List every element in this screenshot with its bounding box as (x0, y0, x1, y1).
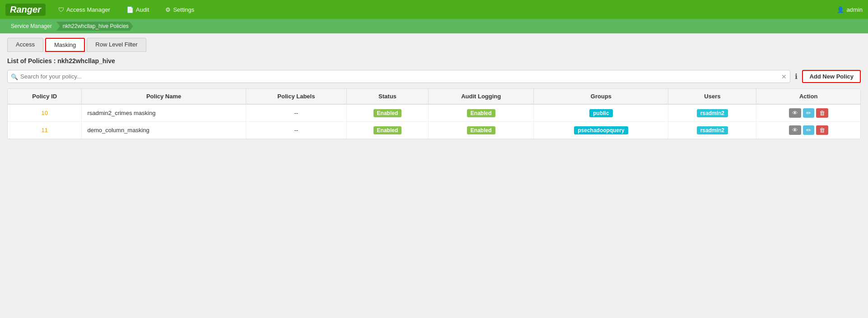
search-row: 🔍 ✕ ℹ Add New Policy (7, 70, 861, 83)
policy-name-link[interactable]: rsadmin2_crimes masking (87, 110, 155, 116)
file-icon: 📄 (126, 6, 134, 13)
policy-id-cell: 11 (8, 122, 82, 139)
status-cell: Enabled (346, 122, 428, 139)
groups-cell: public (534, 104, 668, 122)
tab-row-level-filter[interactable]: Row Level Filter (87, 38, 146, 52)
table-row: 11 demo_column_masking -- Enabled Enable… (8, 122, 860, 139)
delete-button[interactable]: 🗑 (816, 125, 828, 135)
action-cell: 👁 ✏ 🗑 (756, 122, 860, 139)
user-icon: 👤 (837, 6, 844, 13)
username-label: admin (847, 6, 863, 13)
group-badge: public (589, 109, 612, 117)
col-policy-name: Policy Name (82, 89, 246, 104)
users-cell: rsadmin2 (668, 104, 756, 122)
col-policy-id: Policy ID (8, 89, 82, 104)
tab-masking[interactable]: Masking (45, 38, 85, 52)
audit-logging-cell: Enabled (428, 104, 533, 122)
policy-labels-cell: -- (246, 122, 346, 139)
policy-id-link[interactable]: 11 (41, 127, 47, 134)
action-icons: 👁 ✏ 🗑 (762, 125, 855, 135)
users-cell: rsadmin2 (668, 122, 756, 139)
main-content: Access Masking Row Level Filter List of … (0, 33, 868, 144)
search-container: 🔍 ✕ (7, 70, 790, 83)
nav-audit[interactable]: 📄 Audit (123, 5, 153, 15)
navbar-right: 👤 admin (837, 6, 863, 13)
gear-icon: ⚙ (165, 6, 171, 13)
col-policy-labels: Policy Labels (246, 89, 346, 104)
search-icon: 🔍 (11, 73, 18, 80)
status-badge: Enabled (373, 126, 402, 134)
breadcrumb-policies[interactable]: nkh22whcllap_hive Policies (56, 22, 133, 31)
policies-table: Policy ID Policy Name Policy Labels Stat… (8, 89, 860, 139)
policy-name-link[interactable]: demo_column_masking (87, 127, 149, 134)
status-cell: Enabled (346, 104, 428, 122)
breadcrumb: Service Manager nkh22whcllap_hive Polici… (0, 19, 868, 33)
user-badge: rsadmin2 (697, 109, 728, 117)
info-icon[interactable]: ℹ (795, 72, 798, 81)
audit-logging-cell: Enabled (428, 122, 533, 139)
brand-logo[interactable]: Ranger (5, 4, 46, 16)
action-icons: 👁 ✏ 🗑 (762, 108, 855, 118)
nav-settings[interactable]: ⚙ Settings (162, 5, 198, 15)
add-new-policy-button[interactable]: Add New Policy (802, 70, 861, 83)
groups-cell: psechadoopquery (534, 122, 668, 139)
shield-icon: 🛡 (58, 6, 64, 13)
view-button[interactable]: 👁 (789, 108, 801, 118)
policy-name-cell: rsadmin2_crimes masking (82, 104, 246, 122)
table-header-row: Policy ID Policy Name Policy Labels Stat… (8, 89, 860, 104)
col-groups: Groups (534, 89, 668, 104)
col-users: Users (668, 89, 756, 104)
section-title: List of Policies : nkh22whcllap_hive (7, 57, 861, 65)
status-badge: Enabled (373, 109, 402, 117)
tab-bar: Access Masking Row Level Filter (7, 38, 861, 52)
table-row: 10 rsadmin2_crimes masking -- Enabled En… (8, 104, 860, 122)
audit-badge: Enabled (467, 109, 495, 117)
user-badge: rsadmin2 (697, 126, 728, 134)
edit-button[interactable]: ✏ (803, 125, 814, 135)
search-input[interactable] (7, 70, 790, 83)
action-cell: 👁 ✏ 🗑 (756, 104, 860, 122)
policies-table-wrapper: Policy ID Policy Name Policy Labels Stat… (7, 88, 861, 139)
group-badge: psechadoopquery (574, 126, 628, 134)
policy-id-link[interactable]: 10 (41, 110, 47, 116)
policy-id-cell: 10 (8, 104, 82, 122)
edit-button[interactable]: ✏ (803, 108, 814, 118)
policy-name-cell: demo_column_masking (82, 122, 246, 139)
policy-labels-cell: -- (246, 104, 346, 122)
tab-access[interactable]: Access (7, 38, 43, 52)
navbar-left: Ranger 🛡 Access Manager 📄 Audit ⚙ Settin… (5, 4, 198, 16)
view-button[interactable]: 👁 (789, 125, 801, 135)
navbar: Ranger 🛡 Access Manager 📄 Audit ⚙ Settin… (0, 0, 868, 19)
col-status: Status (346, 89, 428, 104)
col-action: Action (756, 89, 860, 104)
nav-access-manager[interactable]: 🛡 Access Manager (55, 5, 114, 15)
clear-search-icon[interactable]: ✕ (781, 73, 787, 80)
col-audit-logging: Audit Logging (428, 89, 533, 104)
audit-badge: Enabled (467, 126, 495, 134)
breadcrumb-service-manager[interactable]: Service Manager (6, 22, 56, 31)
delete-button[interactable]: 🗑 (816, 108, 828, 118)
